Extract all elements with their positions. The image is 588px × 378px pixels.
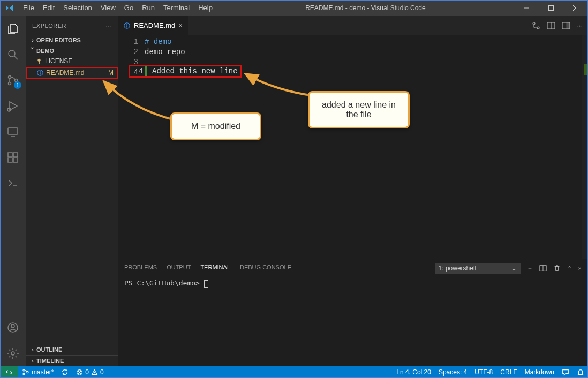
info-file-icon bbox=[35, 69, 45, 77]
run-debug-icon[interactable] bbox=[0, 93, 26, 119]
terminal-selector[interactable]: 1: powershell ⌄ bbox=[435, 263, 521, 274]
indentation[interactable]: Spaces: 4 bbox=[435, 366, 471, 378]
remote-indicator[interactable] bbox=[0, 366, 18, 378]
language-mode[interactable]: Markdown bbox=[521, 366, 558, 378]
open-preview-icon[interactable] bbox=[547, 21, 555, 30]
callout-text: added a new line in the file bbox=[322, 100, 396, 119]
errors-count: 0 bbox=[85, 368, 89, 376]
settings-gear-icon[interactable] bbox=[0, 341, 26, 366]
line-number: 1 bbox=[118, 37, 138, 47]
svg-rect-13 bbox=[8, 153, 12, 157]
menu-edit[interactable]: Edit bbox=[39, 0, 59, 16]
tab-label: README.md bbox=[134, 21, 175, 29]
svg-point-38 bbox=[23, 373, 25, 375]
terminal-prompt: PS C:\GitHub\demo> bbox=[124, 279, 204, 287]
chevron-right-icon: › bbox=[29, 37, 36, 43]
code-line: demo repo bbox=[145, 47, 588, 57]
close-button[interactable] bbox=[563, 0, 588, 16]
info-file-icon bbox=[123, 22, 131, 29]
split-editor-icon[interactable] bbox=[562, 21, 570, 30]
editor-highlight-box: 4 Added this new line bbox=[129, 65, 242, 78]
git-sync[interactable] bbox=[57, 366, 72, 378]
feedback-icon[interactable] bbox=[558, 366, 573, 378]
explorer-more-icon[interactable]: ··· bbox=[105, 22, 111, 29]
status-bar: master* 0 0 Ln 4, Col 20 Spaces: 4 UTF-8… bbox=[0, 366, 588, 378]
menu-go[interactable]: Go bbox=[120, 0, 138, 16]
open-editors-label: OPEN EDITORS bbox=[36, 37, 81, 43]
tab-close-icon[interactable]: × bbox=[178, 21, 183, 29]
close-panel-icon[interactable]: × bbox=[578, 265, 582, 271]
cursor-position[interactable]: Ln 4, Col 20 bbox=[393, 366, 435, 378]
timeline-section[interactable]: › TIMELINE bbox=[26, 357, 118, 365]
file-row-readme[interactable]: README.md M bbox=[26, 67, 118, 79]
svg-point-7 bbox=[9, 82, 11, 85]
menu-bar: File Edit Selection View Go Run Terminal… bbox=[19, 0, 217, 16]
explorer-icon[interactable] bbox=[0, 16, 26, 42]
menu-run[interactable]: Run bbox=[138, 0, 159, 16]
activity-bar: 1 bbox=[0, 16, 26, 366]
source-control-icon[interactable]: 1 bbox=[0, 67, 26, 93]
svg-rect-16 bbox=[13, 158, 18, 162]
outline-label: OUTLINE bbox=[36, 346, 62, 353]
line-number-in-box: 4 bbox=[130, 66, 145, 77]
problems-count[interactable]: 0 0 bbox=[72, 366, 107, 378]
menu-terminal[interactable]: Terminal bbox=[159, 0, 194, 16]
panel-tab-problems[interactable]: PROBLEMS bbox=[124, 264, 157, 273]
svg-point-30 bbox=[537, 27, 539, 29]
file-name: LICENSE bbox=[44, 57, 115, 65]
maximize-panel-icon[interactable]: ⌃ bbox=[567, 265, 572, 272]
window-title: README.md - demo - Visual Studio Code bbox=[217, 4, 514, 12]
encoding[interactable]: UTF-8 bbox=[471, 366, 496, 378]
code-content[interactable]: # demo demo repo 4 Added this new line bbox=[145, 35, 588, 259]
menu-help[interactable]: Help bbox=[194, 0, 217, 16]
text-editor[interactable]: 1 2 3 4 # demo demo repo 4 Added this ne… bbox=[118, 35, 588, 259]
chevron-down-icon: ⌄ bbox=[511, 264, 517, 272]
accounts-icon[interactable] bbox=[0, 315, 26, 341]
notifications-icon[interactable] bbox=[573, 366, 588, 378]
more-actions-icon[interactable]: ··· bbox=[577, 21, 583, 29]
minimize-button[interactable] bbox=[514, 0, 539, 16]
svg-point-28 bbox=[126, 24, 127, 25]
panel-tab-debug[interactable]: DEBUG CONSOLE bbox=[240, 264, 291, 273]
text-cursor bbox=[240, 67, 240, 75]
timeline-label: TIMELINE bbox=[36, 358, 64, 364]
svg-point-29 bbox=[533, 22, 535, 25]
open-editors-section[interactable]: › OPEN EDITORS bbox=[26, 36, 118, 44]
menu-view[interactable]: View bbox=[96, 0, 120, 16]
search-icon[interactable] bbox=[0, 42, 26, 67]
window-controls bbox=[514, 0, 588, 16]
explorer-sidebar: EXPLORER ··· › OPEN EDITORS › DEMO LICEN… bbox=[26, 16, 118, 366]
menu-file[interactable]: File bbox=[19, 0, 39, 16]
vscode-logo-icon bbox=[0, 3, 19, 13]
callout-new-line: added a new line in the file bbox=[308, 91, 410, 128]
svg-point-37 bbox=[23, 369, 25, 371]
explorer-title: EXPLORER bbox=[32, 22, 66, 29]
code-line: Added this new line bbox=[152, 66, 240, 77]
compare-changes-icon[interactable] bbox=[532, 21, 540, 30]
split-terminal-icon[interactable] bbox=[539, 264, 547, 272]
git-branch[interactable]: master* bbox=[18, 366, 57, 378]
maximize-button[interactable] bbox=[539, 0, 563, 16]
tab-readme[interactable]: README.md × bbox=[118, 16, 189, 35]
outline-section[interactable]: › OUTLINE bbox=[26, 345, 118, 354]
eol[interactable]: CRLF bbox=[496, 366, 521, 378]
kill-terminal-icon[interactable] bbox=[553, 264, 561, 272]
svg-point-39 bbox=[27, 371, 28, 373]
remote-ssh-icon[interactable] bbox=[0, 170, 26, 196]
svg-rect-34 bbox=[567, 22, 570, 29]
terminal-cursor bbox=[204, 280, 208, 288]
chevron-right-icon: › bbox=[29, 346, 36, 353]
file-row-license[interactable]: LICENSE bbox=[26, 55, 118, 67]
svg-rect-22 bbox=[39, 61, 40, 64]
new-terminal-icon[interactable]: ＋ bbox=[527, 264, 533, 273]
panel-tab-terminal[interactable]: TERMINAL bbox=[200, 264, 230, 273]
panel-tab-output[interactable]: OUTPUT bbox=[167, 264, 191, 273]
folder-section[interactable]: › DEMO bbox=[26, 47, 118, 55]
terminal[interactable]: PS C:\GitHub\demo> bbox=[118, 277, 588, 366]
editor-scrollbar[interactable] bbox=[582, 35, 588, 259]
svg-point-25 bbox=[40, 71, 41, 72]
remote-explorer-icon[interactable] bbox=[0, 119, 26, 145]
file-status-modified: M bbox=[104, 69, 114, 77]
extensions-icon[interactable] bbox=[0, 145, 26, 170]
menu-selection[interactable]: Selection bbox=[59, 0, 96, 16]
